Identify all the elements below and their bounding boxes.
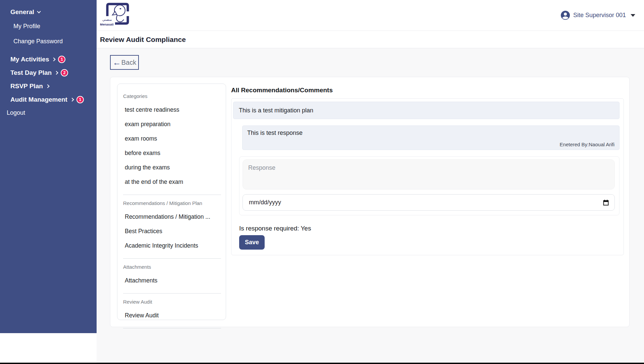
main-column: منصتي Menasati Site Supervisor 001 Revie… — [97, 0, 644, 363]
recommendations-panel: All Recommendations/Comments This is a t… — [231, 84, 624, 327]
sidebar-audit-management-label: Audit Management — [10, 96, 67, 103]
chevron-right-icon — [55, 71, 58, 74]
category-item-exam-preparation[interactable]: exam preparation — [125, 121, 222, 128]
sidebar-item-test-day-plan[interactable]: Test Day Plan 2 — [10, 69, 97, 76]
user-name: Site Supervisor 001 — [573, 12, 626, 19]
section-divider — [123, 258, 221, 259]
back-button-label: Back — [121, 59, 136, 66]
section-label-attachments: Attachments — [123, 264, 222, 270]
response-required-text: Is response required: Yes — [239, 225, 620, 232]
user-avatar-icon — [561, 11, 570, 20]
mitigation-plan-box: This is a test mitigation plan — [233, 102, 620, 119]
user-menu[interactable]: Site Supervisor 001 — [561, 11, 635, 20]
sidebar-general-label: General — [10, 8, 34, 16]
sidebar-column: General My Profile Change Password My Ac… — [0, 0, 97, 363]
category-item-at-the-end-of-the-exam[interactable]: at the end of the exam — [125, 178, 222, 186]
section-label-categories: Categories — [123, 93, 222, 99]
categories-panel: Categories test centre readiness exam pr… — [117, 84, 226, 320]
sidebar-item-logout[interactable]: Logout — [7, 109, 97, 116]
sidebar: General My Profile Change Password My Ac… — [0, 0, 97, 333]
notification-badge: 2 — [61, 69, 68, 76]
back-arrow-icon: ← — [113, 59, 121, 66]
section-divider — [123, 328, 221, 328]
category-item-test-centre-readiness[interactable]: test centre readiness — [125, 106, 222, 113]
category-item-attachments[interactable]: Attachments — [125, 277, 222, 284]
recommendations-heading: All Recommendations/Comments — [231, 87, 624, 94]
section-divider — [123, 195, 221, 195]
sidebar-item-audit-management[interactable]: Audit Management 1 — [10, 96, 97, 103]
notification-badge: 1 — [76, 96, 84, 103]
sidebar-item-my-activities[interactable]: My Activities 1 — [10, 55, 97, 63]
sidebar-rsvp-plan-label: RSVP Plan — [10, 82, 43, 90]
comment-thread-card: This is a test mitigation plan This is t… — [231, 98, 624, 255]
sidebar-item-rsvp-plan[interactable]: RSVP Plan — [10, 82, 97, 90]
chevron-right-icon — [70, 98, 74, 101]
category-item-exam-rooms[interactable]: exam rooms — [125, 135, 222, 142]
entered-by-text: Enetered By:Naoual Arifi — [560, 142, 614, 147]
calendar-icon[interactable] — [603, 200, 609, 206]
sidebar-item-general[interactable]: General — [10, 8, 97, 16]
category-item-academic-integrity-incidents[interactable]: Academic Integrity Incidents — [125, 242, 222, 249]
category-item-recommendations-mitigation[interactable]: Recommendations / Mitigation ... — [125, 213, 222, 220]
page-title-bar: Review Audit Compliance — [97, 31, 644, 48]
save-button[interactable]: Save — [239, 235, 265, 250]
sidebar-my-activities-label: My Activities — [10, 55, 49, 63]
category-item-best-practices[interactable]: Best Practices — [125, 228, 222, 235]
category-item-before-exams[interactable]: before exams — [125, 150, 222, 157]
chevron-down-icon — [37, 9, 41, 13]
content-card: Categories test centre readiness exam pr… — [110, 77, 630, 327]
app-window: General My Profile Change Password My Ac… — [0, 0, 644, 363]
page-title: Review Audit Compliance — [100, 36, 186, 44]
existing-response-text: This is test response — [247, 129, 614, 137]
top-bar: منصتي Menasati Site Supervisor 001 — [97, 0, 644, 31]
logo-latin-text: Menasati — [100, 22, 114, 26]
logo-arabic-text: منصتي — [102, 18, 112, 22]
notification-badge: 1 — [58, 56, 65, 63]
sidebar-test-day-plan-label: Test Day Plan — [10, 69, 52, 76]
app-logo: منصتي Menasati — [99, 1, 130, 30]
date-placeholder: mm/dd/yyyy — [249, 199, 281, 206]
sidebar-item-my-profile[interactable]: My Profile — [13, 23, 97, 30]
category-item-during-the-exams[interactable]: during the exams — [125, 164, 222, 171]
section-label-recommendations: Recommendations / Mitigation Plan — [123, 200, 222, 206]
section-divider — [123, 293, 221, 294]
chevron-right-icon — [46, 84, 49, 88]
window-bottom-edge — [0, 363, 644, 364]
date-input[interactable]: mm/dd/yyyy — [243, 194, 615, 211]
back-button[interactable]: ← Back — [110, 55, 139, 70]
section-label-review-audit: Review Audit — [123, 299, 222, 305]
response-input[interactable] — [243, 159, 615, 190]
mitigation-plan-text: This is a test mitigation plan — [239, 107, 313, 114]
menasati-falcon-logo-icon: منصتي Menasati — [99, 1, 130, 28]
response-form-group: mm/dd/yyyy — [239, 156, 620, 215]
category-item-review-audit[interactable]: Review Audit — [125, 312, 222, 319]
sidebar-item-change-password[interactable]: Change Password — [13, 38, 97, 45]
chevron-right-icon — [52, 57, 56, 61]
existing-response-box: This is test response Enetered By:Naoual… — [242, 125, 620, 150]
user-menu-caret-icon — [631, 14, 635, 17]
page-content: ← Back Categories test centre readiness … — [97, 48, 644, 363]
